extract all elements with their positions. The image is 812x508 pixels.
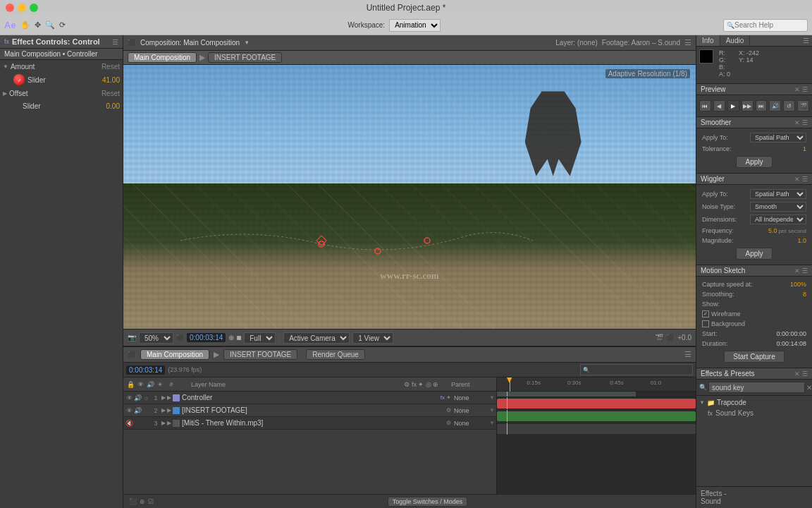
quality-select[interactable]: Full: [244, 332, 276, 344]
comp-menu-icon[interactable]: ☰: [684, 38, 691, 47]
target-icon[interactable]: ⊕: [228, 334, 234, 341]
tab-render-queue[interactable]: Render Queue: [306, 349, 365, 360]
layer-3-expand2[interactable]: ▶: [167, 420, 171, 426]
layer-3-parent-arrow[interactable]: ▼: [489, 420, 495, 426]
wiggler-magnitude-value[interactable]: 1.0: [785, 237, 806, 244]
panel-menu-icon[interactable]: ☰: [112, 38, 118, 46]
layer-1-parent-arrow[interactable]: ▼: [489, 394, 495, 401]
effects-search-clear[interactable]: ✕: [806, 384, 812, 392]
layer-1-eye[interactable]: 👁: [125, 394, 133, 401]
comp-dropdown-icon[interactable]: ▼: [244, 40, 250, 46]
toolbar-icon-b[interactable]: ⬛: [666, 334, 675, 341]
snapshot-icon[interactable]: 📷: [128, 334, 136, 341]
toolbar-icon-a[interactable]: 🎬: [655, 334, 663, 341]
layer-3-switch[interactable]: ⚙: [446, 420, 451, 426]
maximize-button[interactable]: [30, 4, 38, 12]
comp-markers-icon[interactable]: ⊕: [140, 498, 145, 505]
tab-timeline-main[interactable]: Main Composition: [140, 349, 209, 360]
workspace-select[interactable]: Animation: [389, 19, 441, 32]
toolbar-icon-2[interactable]: ✥: [35, 20, 41, 30]
frame-blending-icon[interactable]: ☑: [148, 498, 154, 505]
property-value-slider1[interactable]: 41.00: [92, 76, 120, 84]
playhead[interactable]: [510, 377, 510, 392]
layer-1-switch-fx[interactable]: fx: [441, 394, 445, 401]
reset-offset-btn[interactable]: Reset: [102, 90, 120, 97]
preview-loop-btn[interactable]: ↺: [783, 100, 795, 111]
expand-arrow-3[interactable]: ▶: [3, 90, 7, 97]
wiggler-frequency-value[interactable]: 5.0: [756, 227, 777, 234]
sound-keys-item[interactable]: fx Sound Keys: [696, 408, 812, 418]
layer-1-expand2[interactable]: ▶: [167, 394, 171, 401]
tab-insert-footage[interactable]: INSERT FOOTAGE: [208, 52, 282, 63]
wiggler-dimensions-select[interactable]: All Independently: [750, 214, 806, 224]
layer-1-parent[interactable]: None: [454, 394, 489, 401]
slider-indicator[interactable]: ⤢: [13, 74, 25, 85]
start-capture-btn[interactable]: Start Capture: [724, 351, 784, 363]
comp-viewport[interactable]: www.rr-sc.com Adaptive Resolution (1/8): [123, 65, 696, 329]
layer-2-expand2[interactable]: ▶: [167, 407, 171, 413]
tab-info[interactable]: Info: [696, 35, 720, 46]
preview-back-btn[interactable]: ◀: [713, 100, 725, 111]
layer-3-expand[interactable]: ▶: [161, 420, 166, 426]
motion-sketch-header[interactable]: Motion Sketch ✕ ☰: [696, 265, 812, 277]
smoothing-value[interactable]: 8: [785, 291, 806, 298]
preview-play-btn[interactable]: ▶: [727, 100, 739, 111]
tab-main-composition[interactable]: Main Composition: [128, 52, 197, 63]
tab-timeline-insert[interactable]: INSERT FOOTAGE: [223, 349, 297, 360]
layer-2-audio[interactable]: 🔊: [133, 407, 142, 414]
preview-section-header[interactable]: Preview ✕ ☰: [696, 84, 812, 95]
minimize-button[interactable]: [18, 4, 26, 12]
effects-search-input[interactable]: [708, 382, 805, 393]
smoother-apply-btn[interactable]: Apply: [736, 156, 772, 168]
effects-panel-header[interactable]: Effects & Presets ✕ ☰: [696, 368, 812, 380]
toolbar-icon-3[interactable]: 🔍: [45, 20, 55, 30]
capture-speed-value[interactable]: 100: [780, 281, 801, 288]
layer-3-audio-off[interactable]: 🔇: [125, 420, 133, 427]
smoother-apply-to-select[interactable]: Spatial Path: [750, 133, 806, 143]
wiggler-header[interactable]: Wiggler ✕ ☰: [696, 174, 812, 185]
preview-last-btn[interactable]: ⏭: [756, 100, 768, 111]
layer-3-parent[interactable]: None: [454, 420, 489, 427]
resolution-select-icon[interactable]: ⬛: [176, 334, 184, 341]
expand-arrow[interactable]: ▼: [3, 64, 8, 70]
timeline-timecode[interactable]: 0:00:03:14: [126, 365, 165, 375]
wiggler-apply-btn[interactable]: Apply: [736, 248, 772, 260]
toolbar-icon-4[interactable]: ⟳: [59, 20, 66, 30]
background-checkbox[interactable]: [702, 320, 709, 327]
view-select[interactable]: 1 View: [352, 332, 393, 344]
layer-2-expand[interactable]: ▶: [161, 407, 166, 413]
zoom-select[interactable]: 50%: [139, 332, 173, 344]
layer-1-expand[interactable]: ▶: [161, 394, 166, 401]
smoother-tolerance-row: Tolerance: 1: [699, 144, 809, 154]
layer-1-solo[interactable]: ☼: [142, 394, 150, 401]
layer-2-eye[interactable]: 👁: [125, 407, 133, 414]
wiggler-noise-select[interactable]: Smooth: [750, 202, 806, 212]
toggle-switches-btn[interactable]: Toggle Switches / Modes: [388, 497, 468, 507]
layer-2-parent-arrow[interactable]: ▼: [489, 407, 495, 413]
info-panel-menu[interactable]: ☰: [800, 35, 812, 46]
camera-select[interactable]: Active Camera: [283, 332, 350, 344]
preview-extra-btn[interactable]: 🎬: [797, 100, 809, 111]
expand-all-icon[interactable]: ⬛: [129, 498, 137, 505]
tab-audio[interactable]: Audio: [720, 35, 751, 46]
preview-audio-btn[interactable]: 🔊: [769, 100, 781, 111]
trapcode-category[interactable]: ▼ 📁 Trapcode: [696, 397, 812, 408]
preview-first-btn[interactable]: ⏮: [699, 100, 711, 111]
comp-toolbar-separator: |: [278, 334, 281, 342]
toolbar-icon-1[interactable]: ✋: [20, 20, 30, 30]
timeline-menu-icon[interactable]: ☰: [684, 350, 691, 359]
smoother-tolerance-value[interactable]: 1: [785, 145, 806, 152]
smoother-header[interactable]: Smoother ✕ ☰: [696, 117, 812, 128]
layer-2-switch1[interactable]: ⚙: [446, 407, 451, 413]
layer-1-switch2[interactable]: ✦: [446, 394, 451, 401]
preview-forward-btn[interactable]: ▶▶: [742, 100, 753, 111]
timecode-display[interactable]: 0:00:03:14: [187, 333, 226, 342]
search-input[interactable]: [734, 21, 798, 29]
reset-amount-btn[interactable]: Reset: [102, 63, 120, 71]
close-button[interactable]: [6, 4, 14, 12]
layer-2-parent[interactable]: None: [454, 407, 489, 414]
wiggler-apply-to-select[interactable]: Spatial Path: [750, 189, 806, 199]
wireframe-checkbox[interactable]: ✓: [702, 310, 709, 318]
property-value-slider2[interactable]: 0.00: [92, 102, 120, 110]
layer-1-audio[interactable]: 🔊: [133, 394, 142, 401]
